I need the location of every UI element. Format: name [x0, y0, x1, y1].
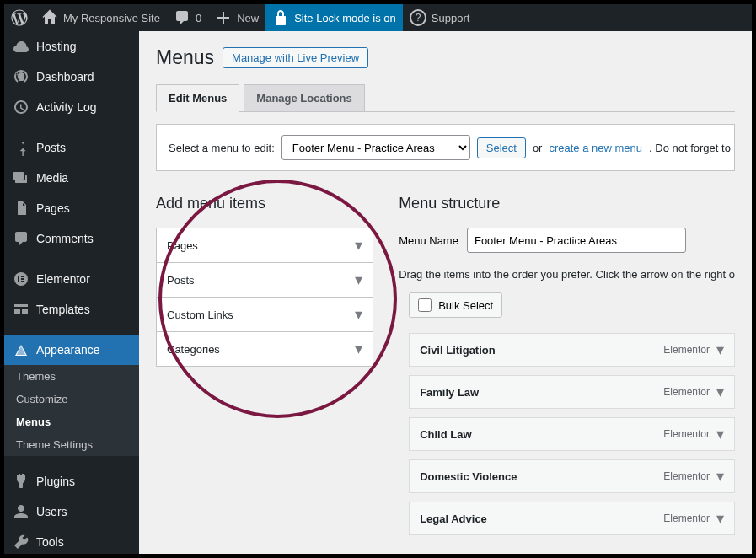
sidebar-item-dashboard[interactable]: Dashboard [4, 62, 139, 92]
sidebar-item-posts[interactable]: Posts [4, 132, 139, 163]
bulk-select-toggle[interactable]: Bulk Select [409, 292, 502, 318]
dashboard-icon [13, 68, 29, 85]
menu-item-title: Domestic Violence [420, 470, 517, 483]
sidebar-item-activity-log[interactable]: Activity Log [4, 92, 139, 122]
sidebar-label: Pages [36, 201, 70, 215]
svg-text:?: ? [415, 12, 421, 24]
elementor-icon [13, 271, 29, 287]
tab-manage-locations[interactable]: Manage Locations [244, 84, 364, 111]
accordion-custom-links[interactable]: Custom Links ▾ [157, 298, 373, 332]
menu-select[interactable]: Footer Menu - Practice Areas [281, 135, 470, 160]
plugin-icon [13, 473, 29, 490]
sidebar-item-pages[interactable]: Pages [4, 193, 139, 223]
sidebar-label: Posts [36, 141, 66, 154]
sidebar-item-tools[interactable]: Tools [4, 527, 139, 557]
chevron-down-icon[interactable]: ▾ [716, 511, 724, 526]
add-items-accordion: Pages ▾ Posts ▾ Custom Links ▾ Categorie… [156, 228, 373, 367]
sidebar-item-hosting[interactable]: Hosting [4, 31, 139, 62]
live-preview-button[interactable]: Manage with Live Preview [223, 47, 368, 68]
chevron-down-icon[interactable]: ▾ [716, 427, 724, 442]
sidebar-item-plugins[interactable]: Plugins [4, 466, 139, 496]
media-icon [13, 169, 29, 186]
svg-rect-4 [21, 276, 24, 277]
menu-items-list: Civil Litigation Elementor▾ Family Law E… [409, 333, 735, 535]
submenu-menus[interactable]: Menus [4, 410, 139, 433]
select-button[interactable]: Select [477, 137, 526, 158]
new-label: New [237, 12, 259, 24]
comment-icon [174, 9, 190, 26]
accordion-label: Custom Links [167, 309, 233, 321]
lock-label: Site Lock mode is on [294, 12, 396, 24]
site-name-link[interactable]: My Responsive Site [35, 4, 167, 31]
site-name-label: My Responsive Site [63, 12, 160, 24]
new-content-link[interactable]: New [208, 4, 265, 31]
chevron-down-icon[interactable]: ▾ [716, 384, 724, 400]
accordion-label: Categories [167, 343, 220, 356]
create-menu-link[interactable]: create a new menu [549, 142, 642, 154]
comments-link[interactable]: 0 [167, 4, 208, 31]
menu-name-input[interactable] [467, 228, 686, 253]
sidebar-label: Templates [36, 303, 90, 316]
svg-rect-3 [18, 276, 19, 282]
admin-sidebar: Hosting Dashboard Activity Log Posts Med… [4, 31, 139, 554]
tab-edit-menus[interactable]: Edit Menus [156, 84, 239, 112]
menu-item-type: Elementor [663, 470, 710, 482]
or-text: or [533, 142, 543, 154]
bulk-select-checkbox[interactable] [418, 298, 432, 312]
menu-item-title: Legal Advice [420, 512, 487, 525]
menu-structure-item[interactable]: Domestic Violence Elementor▾ [409, 459, 735, 493]
menu-structure-item[interactable]: Legal Advice Elementor▾ [409, 502, 735, 535]
drag-hint: Drag the items into the order you prefer… [399, 268, 735, 281]
comment-icon [13, 230, 29, 247]
sidebar-label: Dashboard [36, 70, 94, 83]
menu-structure-item[interactable]: Family Law Elementor▾ [409, 375, 735, 409]
help-icon: ? [410, 9, 426, 26]
menu-item-type: Elementor [663, 512, 710, 524]
wp-logo[interactable] [4, 4, 35, 31]
sidebar-label: Plugins [36, 475, 75, 488]
sidebar-label: Users [36, 505, 67, 518]
menu-structure-item[interactable]: Civil Litigation Elementor▾ [409, 333, 735, 367]
support-link[interactable]: ? Support [403, 4, 477, 31]
sidebar-item-elementor[interactable]: Elementor [4, 264, 139, 294]
accordion-categories[interactable]: Categories ▾ [157, 332, 373, 366]
sidebar-item-comments[interactable]: Comments [4, 223, 139, 254]
wordpress-icon [11, 9, 28, 26]
add-items-heading: Add menu items [156, 195, 373, 212]
menu-item-title: Civil Litigation [420, 344, 496, 357]
save-hint: . Do not forget to save your [649, 142, 735, 154]
clock-icon [13, 99, 29, 115]
chevron-down-icon[interactable]: ▾ [716, 469, 724, 484]
lock-icon [272, 9, 289, 26]
templates-icon [13, 301, 29, 318]
sidebar-item-users[interactable]: Users [4, 496, 139, 527]
site-lock-indicator[interactable]: Site Lock mode is on [265, 4, 403, 31]
sidebar-label: Appearance [36, 343, 100, 357]
accordion-pages[interactable]: Pages ▾ [157, 228, 373, 263]
menu-item-title: Family Law [420, 386, 479, 399]
pin-icon [13, 139, 29, 156]
chevron-down-icon[interactable]: ▾ [716, 342, 724, 357]
submenu-theme-settings[interactable]: Theme Settings [4, 433, 139, 456]
structure-heading: Menu structure [399, 195, 735, 212]
sidebar-label: Hosting [36, 40, 76, 53]
home-icon [41, 9, 58, 26]
structure-column: Menu structure Menu Name Drag the items … [399, 195, 735, 544]
comments-count: 0 [196, 12, 201, 24]
chevron-down-icon: ▾ [355, 341, 362, 357]
sidebar-item-appearance[interactable]: Appearance [4, 335, 139, 365]
submenu-themes[interactable]: Themes [4, 365, 139, 388]
tools-icon [13, 534, 29, 550]
menu-structure-item[interactable]: Child Law Elementor▾ [409, 417, 735, 451]
sidebar-item-templates[interactable]: Templates [4, 294, 139, 325]
menu-name-label: Menu Name [399, 234, 458, 247]
sidebar-item-media[interactable]: Media [4, 163, 139, 193]
accordion-label: Pages [167, 239, 198, 252]
appearance-submenu: Themes Customize Menus Theme Settings [4, 365, 139, 456]
submenu-customize[interactable]: Customize [4, 388, 139, 410]
admin-toolbar: My Responsive Site 0 New Site Lock mode … [4, 4, 752, 31]
sidebar-label: Activity Log [36, 100, 97, 114]
accordion-posts[interactable]: Posts ▾ [157, 263, 373, 298]
page-icon [13, 200, 29, 217]
accordion-label: Posts [167, 274, 195, 287]
